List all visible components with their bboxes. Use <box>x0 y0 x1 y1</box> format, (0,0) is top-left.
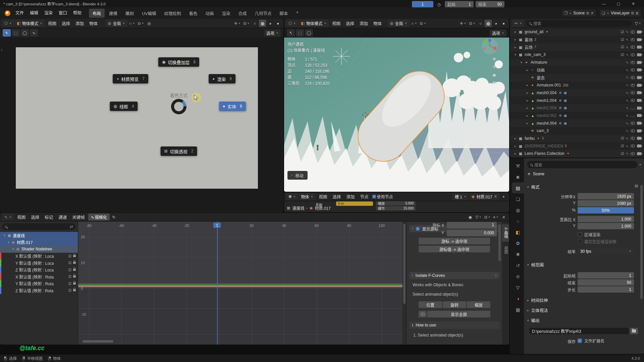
toolbar-expand-icon[interactable]: ‹ <box>1 48 2 52</box>
outliner-row[interactable]: ▸ ▲ mesh0.004 ⚙ ▦ <box>510 89 644 97</box>
display-mode-dropdown[interactable]: ≔▼ <box>512 20 524 27</box>
menu-item[interactable]: 选择 <box>59 20 73 26</box>
camera-view-canvas[interactable] <box>16 47 258 189</box>
collection-checkbox[interactable]: ☑ <box>620 144 625 148</box>
menu-item[interactable]: 节点 <box>358 193 371 200</box>
sidebar-tab[interactable]: F-曲线 <box>502 224 509 242</box>
selectable-icon[interactable] <box>626 121 629 126</box>
workspace-tab[interactable]: + <box>292 9 302 18</box>
hide-viewport-icon[interactable] <box>631 129 635 132</box>
collection-checkbox[interactable]: ☑ <box>620 152 625 156</box>
disable-render-icon[interactable] <box>637 31 641 34</box>
viewlayer-options-icon[interactable]: ≣ <box>636 11 639 15</box>
scene-selector[interactable]: ❒▼ Scene ⧉ ✕ <box>561 9 596 17</box>
outliner-row[interactable]: ▸ ▦ Lens Flares Collection ✦ ☑ <box>510 150 644 158</box>
collection-checkbox[interactable]: ☑ <box>620 53 625 57</box>
workspace-tab[interactable]: 纹理绘制 <box>161 9 185 18</box>
section-frame-range[interactable]: ▾帧范围 <box>527 261 544 268</box>
menu-item[interactable]: 视图 <box>316 193 330 200</box>
workspace-tab[interactable]: 渲染 <box>218 9 234 18</box>
menu-icon[interactable]: ≡ <box>500 214 507 221</box>
aspect-y-field[interactable]: 1.000 <box>578 223 634 229</box>
filter-invert-icon[interactable]: ⇄ <box>70 224 73 229</box>
new-scene-icon[interactable]: ⧉ <box>586 11 589 15</box>
selectable-icon[interactable] <box>626 151 629 156</box>
editor-type-dropdown[interactable]: ⬡▼ <box>2 20 14 27</box>
selectable-icon[interactable] <box>626 45 629 50</box>
playhead-sync-icon[interactable]: ◉ <box>467 214 474 221</box>
current-frame-field[interactable]: 1 <box>412 1 433 7</box>
material-slot-dropdown[interactable]: 槽 1▼ <box>452 193 469 200</box>
properties-tab[interactable]: ▽ <box>512 282 524 293</box>
workspace-tab[interactable]: 动画 <box>202 9 218 18</box>
channel-row[interactable]: Y 默认值 (映射 : Rota ☑ <box>0 280 78 287</box>
properties-tab[interactable]: ◙ <box>512 171 524 182</box>
shading-rendered-icon[interactable]: ● <box>500 20 507 27</box>
hide-viewport-icon[interactable] <box>631 68 635 71</box>
navigation-gizmo[interactable] <box>482 38 498 54</box>
disable-render-icon[interactable] <box>637 53 641 56</box>
menu-item[interactable]: 添加 <box>357 20 371 26</box>
properties-tab[interactable]: ⊘ <box>512 271 524 282</box>
expand-icon[interactable]: ▸ <box>527 83 531 87</box>
framerate-dropdown[interactable]: 30 fps▼ <box>578 248 634 254</box>
selectable-icon[interactable] <box>626 75 629 80</box>
hide-viewport-icon[interactable] <box>631 137 635 140</box>
operator-hint-panel[interactable]: ▸ 移动 <box>287 171 308 180</box>
hide-viewport-icon[interactable] <box>631 61 635 64</box>
channel-enable-checkbox[interactable]: ☑ <box>68 254 71 258</box>
channel-enable-checkbox[interactable]: ☑ <box>68 261 71 265</box>
hide-viewport-icon[interactable] <box>631 84 635 87</box>
disable-render-icon[interactable] <box>637 76 641 79</box>
properties-tab[interactable]: ↺ <box>512 260 524 271</box>
selectable-icon[interactable] <box>626 128 629 133</box>
expand-icon[interactable]: ▾ <box>515 53 519 56</box>
gizmos-toggle-icon[interactable]: ✛▼ <box>459 20 467 27</box>
curve-area[interactable]: 1 -80-60-40-2020406080100 20100-10 <box>78 222 402 345</box>
horizontal-scrollbar[interactable] <box>83 340 113 343</box>
hide-viewport-icon[interactable] <box>631 144 635 147</box>
outliner-row[interactable]: ▸ ▦ ground_all ✦ ☑ <box>510 28 644 36</box>
channel-row[interactable]: ▾ ▦ 速度线 <box>0 232 78 239</box>
disable-render-icon[interactable] <box>637 152 641 155</box>
hide-viewport-icon[interactable] <box>631 46 635 49</box>
expand-icon[interactable]: ▸ <box>527 106 531 110</box>
normalize-toggle[interactable]: ∿ 规格化 <box>88 214 110 221</box>
pie-item-toggle-perspective[interactable]: ⊞ 切换透视2 <box>161 146 197 156</box>
select-box-tool-button[interactable]: ⬚ <box>296 29 304 37</box>
channel-row[interactable]: Y 默认值 (映射 : Loca ☑ <box>0 259 78 266</box>
outliner-row[interactable]: ▸ ▦ 雾场 3 ☑ <box>510 36 644 44</box>
hide-viewport-icon[interactable] <box>631 122 635 125</box>
shading-material-icon[interactable]: ◕ <box>267 20 274 27</box>
outliner-row[interactable]: ▸ ▲ mesh1.004 ⚙ ▦ <box>510 97 644 104</box>
menu-item[interactable]: 渲染 <box>41 7 56 19</box>
expand-icon[interactable]: ▸ <box>527 91 531 95</box>
selectable-icon[interactable] <box>626 29 629 34</box>
selectable-icon[interactable] <box>626 113 629 118</box>
shading-wireframe-icon[interactable]: ○ <box>477 20 484 27</box>
channel-enable-checkbox[interactable]: ☑ <box>68 268 71 272</box>
viewlayer-selector[interactable]: ❏▼ ViewLayer ⧉ ≣ <box>599 9 641 17</box>
crop-region-checkbox[interactable] <box>578 239 582 244</box>
menu-item[interactable]: 选择 <box>330 193 344 200</box>
menu-item[interactable]: 添加 <box>73 20 87 26</box>
menu-item[interactable]: 标记 <box>42 214 56 220</box>
section-output[interactable]: ▾输出 <box>527 317 540 323</box>
transform-orientation-dropdown[interactable]: ◍全局▼ <box>388 20 410 27</box>
expand-icon[interactable]: ▸ <box>515 152 519 155</box>
properties-tab[interactable]: ⚙ <box>512 238 524 249</box>
disable-render-icon[interactable] <box>637 122 641 125</box>
outliner-row[interactable]: ▸ ▦ 云场 7 ☑ <box>510 43 644 51</box>
collection-checkbox[interactable]: ☑ <box>620 30 625 34</box>
output-path-field[interactable]: D:\personal\zzz 教学\mp4\3 <box>529 328 629 334</box>
properties-tab[interactable]: ▤ <box>512 182 524 193</box>
sidebar-tab[interactable]: 视图 <box>502 243 509 257</box>
current-frame-badge[interactable]: 1 <box>213 223 221 228</box>
filter-icon[interactable]: ▽▼ <box>474 214 482 221</box>
pan-icon[interactable]: ✛ <box>492 64 496 69</box>
disable-render-icon[interactable] <box>637 38 641 41</box>
properties-tab[interactable]: ◑ <box>512 293 524 304</box>
snap-magnet-icon[interactable]: ∩▼ <box>128 20 136 27</box>
channel-row[interactable]: X 默认值 (映射 : Loca ☑ <box>0 253 78 260</box>
snap-magnet-icon[interactable]: ∩▼ <box>410 20 418 27</box>
